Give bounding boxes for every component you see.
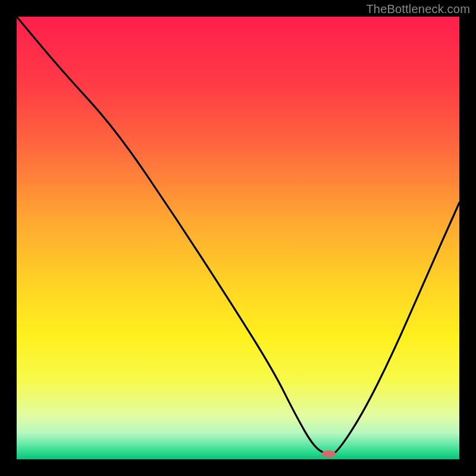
- watermark-text: TheBottleneck.com: [366, 2, 470, 16]
- plot-area: [17, 17, 459, 459]
- bottleneck-curve: [17, 17, 459, 459]
- optimum-marker: [322, 450, 336, 458]
- chart-frame: TheBottleneck.com: [0, 0, 476, 476]
